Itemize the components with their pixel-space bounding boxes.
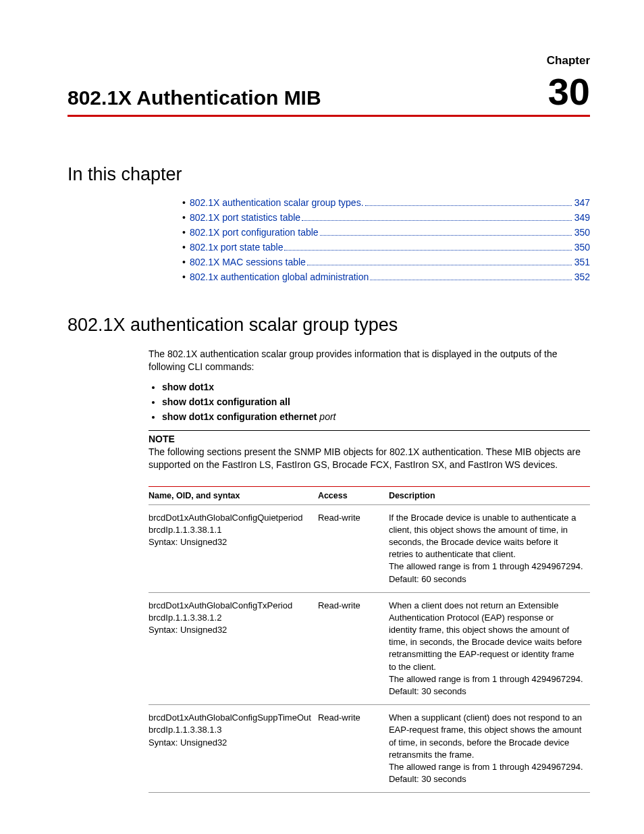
col-header-access: Access [318,486,389,504]
toc-item[interactable]: • 802.1X authentication scalar group typ… [182,197,590,208]
intro-paragraph: The 802.1X authentication scalar group p… [149,348,590,373]
toc-label: 802.1X port configuration table [190,227,319,238]
toc-item[interactable]: • 802.1x port state table 350 [182,242,590,253]
col-header-name: Name, OID, and syntax [149,486,318,504]
header-rule [68,115,590,117]
command-list: show dot1x show dot1x configuration all … [149,382,590,422]
cell-access: Read-write [318,504,389,592]
toc-item[interactable]: • 802.1X port statistics table 349 [182,212,590,223]
cell-access: Read-write [318,705,389,793]
toc-label: 802.1x authentication global administrat… [190,271,369,282]
toc-leader [307,264,572,265]
toc-label: 802.1x port state table [190,242,284,253]
toc-leader [284,249,571,251]
toc-item[interactable]: • 802.1x authentication global administr… [182,271,590,282]
toc-leader [302,219,572,221]
toc-leader [370,279,571,280]
bullet-icon: • [182,242,186,253]
table-header-row: Name, OID, and syntax Access Description [149,486,590,504]
toc-page: 350 [574,242,590,253]
toc-item[interactable]: • 802.1X port configuration table 350 [182,227,590,238]
bullet-icon: • [182,212,186,223]
command-item: show dot1x configuration ethernet port [162,411,590,422]
table-row: brcdDot1xAuthGlobalConfigTxPeriod brcdIp… [149,592,590,705]
cell-access: Read-write [318,592,389,705]
toc-page: 350 [574,227,590,238]
note-heading: NOTE [149,434,590,444]
chapter-header: 802.1X Authentication MIB 30 [68,73,590,111]
section-body: The 802.1X authentication scalar group p… [149,348,590,793]
toc-page: 347 [574,197,590,208]
toc-label: 802.1X port statistics table [190,212,300,223]
toc-label: 802.1X authentication scalar group types [190,197,361,208]
toc-leader [365,205,572,206]
toc-item[interactable]: • 802.1X MAC sessions table 351 [182,257,590,267]
cell-description: If the Brocade device is unable to authe… [389,504,590,592]
section-in-this-chapter: In this chapter [68,164,590,185]
cell-name: brcdDot1xAuthGlobalConfigSuppTimeOut brc… [149,705,318,793]
cell-description: When a supplicant (client) does not resp… [389,705,590,793]
chapter-number: 30 [548,73,590,111]
chapter-title: 802.1X Authentication MIB [68,86,321,109]
toc-leader [320,234,572,236]
note-body: The following sections present the SNMP … [149,446,590,471]
toc-page: 352 [574,271,590,282]
col-header-description: Description [389,486,590,504]
chapter-label: Chapter [68,54,590,68]
note-rule [149,430,590,431]
bullet-icon: • [182,227,186,238]
bullet-icon: • [182,271,186,282]
table-row: brcdDot1xAuthGlobalConfigSuppTimeOut brc… [149,705,590,793]
cell-description: When a client does not return an Extensi… [389,592,590,705]
document-page: Chapter 802.1X Authentication MIB 30 In … [0,0,644,834]
toc-page: 349 [574,212,590,223]
toc-label: 802.1X MAC sessions table [190,257,306,267]
section-scalar-group: 802.1X authentication scalar group types [68,315,590,336]
table-of-contents: • 802.1X authentication scalar group typ… [182,197,590,282]
mib-table: Name, OID, and syntax Access Description… [149,486,590,793]
table-row: brcdDot1xAuthGlobalConfigQuietperiod brc… [149,504,590,592]
bullet-icon: • [182,197,186,208]
bullet-icon: • [182,257,186,267]
toc-page: 351 [574,257,590,267]
command-item: show dot1x [162,382,590,392]
command-item: show dot1x configuration all [162,396,590,407]
cell-name: brcdDot1xAuthGlobalConfigQuietperiod brc… [149,504,318,592]
cell-name: brcdDot1xAuthGlobalConfigTxPeriod brcdIp… [149,592,318,705]
